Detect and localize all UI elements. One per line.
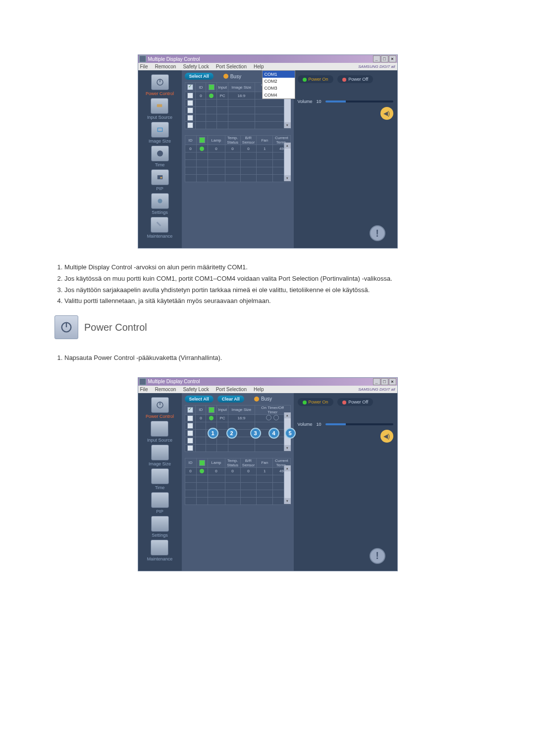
busy-indicator: Busy [223,74,241,79]
sidebar: Power Control Input Source Image Size Ti… [138,70,182,248]
status-table: ID Lamp Temp. Status B/R Sensor Fan Curr… [185,458,291,505]
instruction-item: Jos käytössä on muu portti kuin COM1, po… [64,274,481,284]
close-button[interactable]: × [389,378,396,385]
brand-logo: SAMSUNG DIGIT all [358,387,395,392]
sidebar-item-time[interactable]: Time [151,468,169,490]
sidebar-item-image-size[interactable]: Image Size [149,445,171,466]
sidebar-item-maintenance[interactable]: Maintenance [147,217,173,239]
port-option-com4[interactable]: COM4 [263,92,295,99]
menu-safety-lock[interactable]: Safety Lock [183,64,209,69]
status-row[interactable]: 0 0 0 0 1 49 [185,467,290,475]
callout-1: 1 [208,428,218,439]
scroll-up-icon: ▴ [284,412,291,418]
close-button[interactable]: × [389,55,396,62]
window-title: Multiple Display Control [148,56,200,62]
sidebar-item-settings[interactable]: Settings [151,193,169,215]
speaker-icon[interactable]: ◀) [380,107,393,120]
check-all[interactable] [187,84,193,90]
menu-file[interactable]: File [140,64,148,69]
menu-help[interactable]: Help [254,64,264,69]
status-dot-icon [209,416,214,420]
speaker-icon[interactable]: ◀) [380,430,393,443]
col2-sensor: B/R Sensor [240,136,257,145]
app-screenshot-1: Multiple Display Control _ □ × File Remo… [138,54,398,249]
section-title: Power Control [84,322,147,333]
port-dropdown[interactable]: COM1 COM2 COM3 COM4 [262,70,295,99]
sidebar-item-pip[interactable]: PIP [151,492,169,514]
status-row[interactable]: 0 0 0 0 1 49 [185,145,290,152]
instruction-item: Napsauta Power Control -pääkuvaketta (Vi… [64,353,481,363]
busy-indicator: Busy [254,396,272,402]
power-off-button[interactable]: Power Off [337,398,373,406]
app-icon [139,378,146,385]
menubar: File Remocon Safety Lock Port Selection … [138,386,397,393]
check-all[interactable] [187,407,193,413]
table-row[interactable]: 0 PC 16:9 [185,414,290,422]
power-on-button[interactable]: Power On [298,75,333,83]
col2-status-icon [199,137,205,143]
sidebar-item-maintenance[interactable]: Maintenance [147,540,173,561]
sidebar-item-time[interactable]: Time [151,146,169,167]
instruction-item: Multiple Display Control -arvoksi on alu… [64,262,481,273]
svg-rect-6 [160,177,162,178]
menu-help[interactable]: Help [254,387,264,392]
gear-icon [156,197,164,205]
window-title: Multiple Display Control [148,379,200,384]
image-size-icon [156,126,164,133]
menu-file[interactable]: File [140,387,148,392]
app-icon [139,55,146,62]
sidebar-item-image-size[interactable]: Image Size [149,122,171,144]
power-icon [59,320,73,334]
menu-safety-lock[interactable]: Safety Lock [183,387,209,392]
volume-value: 10 [317,99,321,104]
row-check[interactable] [187,93,193,99]
menu-port-selection[interactable]: Port Selection [216,64,247,69]
svg-point-4 [157,151,163,156]
port-option-com2[interactable]: COM2 [263,78,295,85]
brand-logo: SAMSUNG DIGIT all [358,64,395,69]
col-id: ID [196,83,206,92]
section-header: Power Control [54,315,481,339]
clear-all-button[interactable]: Clear All [217,396,244,403]
max-button[interactable]: □ [381,55,388,62]
power-icon [156,78,164,87]
col2-id: ID [185,136,196,145]
section-icon [54,315,78,339]
sidebar-item-power-control[interactable]: Power Control [146,74,174,96]
scrollbar[interactable]: ▴▾ [284,465,291,504]
callout-5: 5 [285,428,296,439]
svg-rect-2 [157,104,162,107]
menu-remocon[interactable]: Remocon [155,64,176,69]
select-all-button[interactable]: Select All [185,396,214,403]
row-check[interactable] [187,415,193,421]
sidebar-item-input-source[interactable]: Input Source [147,421,172,443]
warning-icon: ! [370,548,385,564]
power-icon [156,401,164,409]
power-on-button[interactable]: Power On [298,398,333,406]
svg-rect-3 [158,128,162,132]
callout-3: 3 [250,428,261,439]
volume-slider[interactable] [325,423,393,425]
volume-label: Volume [298,99,313,104]
callout-4: 4 [268,428,279,439]
menu-remocon[interactable]: Remocon [155,387,176,392]
select-all-button[interactable]: Select All [185,73,214,80]
port-option-com1[interactable]: COM1 [263,71,295,78]
sidebar-item-input-source[interactable]: Input Source [147,98,172,120]
power-off-button[interactable]: Power Off [337,75,373,83]
min-button[interactable]: _ [373,55,380,62]
max-button[interactable]: □ [381,378,388,385]
volume-slider[interactable] [325,101,393,102]
status-dot-icon [209,94,214,98]
menu-port-selection[interactable]: Port Selection [216,387,247,392]
status-table: ID Lamp Temp. Status B/R Sensor Fan Curr… [185,135,291,182]
col-id: ID [196,405,206,414]
sidebar-item-pip[interactable]: PIP [151,169,169,191]
port-option-com3[interactable]: COM3 [263,85,295,92]
col-image-size: Image Size [228,405,255,414]
sidebar-item-settings[interactable]: Settings [151,516,169,538]
min-button[interactable]: _ [373,378,380,385]
instruction-item: Jos näyttöön sarjakaapelin avulla yhdist… [64,285,481,296]
scrollbar[interactable]: ▴▾ [284,143,291,181]
sidebar-item-power-control[interactable]: Power Control [146,397,174,419]
